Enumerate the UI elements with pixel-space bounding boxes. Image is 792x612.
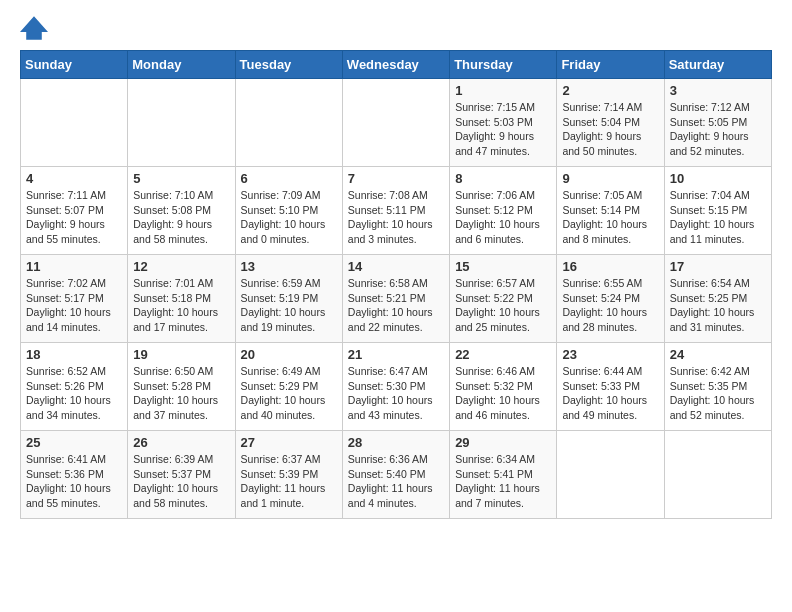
calendar-week-row: 1Sunrise: 7:15 AM Sunset: 5:03 PM Daylig…	[21, 79, 772, 167]
day-info: Sunrise: 6:54 AM Sunset: 5:25 PM Dayligh…	[670, 276, 766, 335]
day-number: 2	[562, 83, 658, 98]
day-number: 24	[670, 347, 766, 362]
calendar-cell: 12Sunrise: 7:01 AM Sunset: 5:18 PM Dayli…	[128, 255, 235, 343]
day-info: Sunrise: 6:39 AM Sunset: 5:37 PM Dayligh…	[133, 452, 229, 511]
calendar-cell: 17Sunrise: 6:54 AM Sunset: 5:25 PM Dayli…	[664, 255, 771, 343]
day-info: Sunrise: 7:05 AM Sunset: 5:14 PM Dayligh…	[562, 188, 658, 247]
day-info: Sunrise: 6:55 AM Sunset: 5:24 PM Dayligh…	[562, 276, 658, 335]
day-number: 16	[562, 259, 658, 274]
day-number: 8	[455, 171, 551, 186]
calendar-cell: 18Sunrise: 6:52 AM Sunset: 5:26 PM Dayli…	[21, 343, 128, 431]
weekday-header-monday: Monday	[128, 51, 235, 79]
day-info: Sunrise: 6:44 AM Sunset: 5:33 PM Dayligh…	[562, 364, 658, 423]
calendar-cell: 5Sunrise: 7:10 AM Sunset: 5:08 PM Daylig…	[128, 167, 235, 255]
calendar-cell: 1Sunrise: 7:15 AM Sunset: 5:03 PM Daylig…	[450, 79, 557, 167]
calendar-cell: 28Sunrise: 6:36 AM Sunset: 5:40 PM Dayli…	[342, 431, 449, 519]
day-number: 10	[670, 171, 766, 186]
day-info: Sunrise: 6:46 AM Sunset: 5:32 PM Dayligh…	[455, 364, 551, 423]
weekday-header-friday: Friday	[557, 51, 664, 79]
calendar-cell	[21, 79, 128, 167]
weekday-header-thursday: Thursday	[450, 51, 557, 79]
day-info: Sunrise: 6:41 AM Sunset: 5:36 PM Dayligh…	[26, 452, 122, 511]
weekday-header-saturday: Saturday	[664, 51, 771, 79]
day-number: 3	[670, 83, 766, 98]
calendar-cell: 2Sunrise: 7:14 AM Sunset: 5:04 PM Daylig…	[557, 79, 664, 167]
weekday-header-sunday: Sunday	[21, 51, 128, 79]
day-info: Sunrise: 7:14 AM Sunset: 5:04 PM Dayligh…	[562, 100, 658, 159]
day-info: Sunrise: 7:15 AM Sunset: 5:03 PM Dayligh…	[455, 100, 551, 159]
calendar-cell: 6Sunrise: 7:09 AM Sunset: 5:10 PM Daylig…	[235, 167, 342, 255]
day-number: 27	[241, 435, 337, 450]
day-number: 13	[241, 259, 337, 274]
day-info: Sunrise: 7:09 AM Sunset: 5:10 PM Dayligh…	[241, 188, 337, 247]
calendar-cell: 23Sunrise: 6:44 AM Sunset: 5:33 PM Dayli…	[557, 343, 664, 431]
calendar-cell	[664, 431, 771, 519]
calendar-cell: 19Sunrise: 6:50 AM Sunset: 5:28 PM Dayli…	[128, 343, 235, 431]
calendar-cell: 29Sunrise: 6:34 AM Sunset: 5:41 PM Dayli…	[450, 431, 557, 519]
day-number: 26	[133, 435, 229, 450]
day-number: 9	[562, 171, 658, 186]
calendar-week-row: 25Sunrise: 6:41 AM Sunset: 5:36 PM Dayli…	[21, 431, 772, 519]
day-number: 11	[26, 259, 122, 274]
day-info: Sunrise: 7:02 AM Sunset: 5:17 PM Dayligh…	[26, 276, 122, 335]
calendar-cell: 10Sunrise: 7:04 AM Sunset: 5:15 PM Dayli…	[664, 167, 771, 255]
svg-marker-0	[20, 16, 48, 39]
day-number: 1	[455, 83, 551, 98]
day-info: Sunrise: 6:52 AM Sunset: 5:26 PM Dayligh…	[26, 364, 122, 423]
calendar-cell	[342, 79, 449, 167]
day-number: 22	[455, 347, 551, 362]
calendar-cell	[235, 79, 342, 167]
day-number: 6	[241, 171, 337, 186]
calendar-cell: 27Sunrise: 6:37 AM Sunset: 5:39 PM Dayli…	[235, 431, 342, 519]
calendar-cell: 25Sunrise: 6:41 AM Sunset: 5:36 PM Dayli…	[21, 431, 128, 519]
calendar-cell: 20Sunrise: 6:49 AM Sunset: 5:29 PM Dayli…	[235, 343, 342, 431]
calendar-cell: 4Sunrise: 7:11 AM Sunset: 5:07 PM Daylig…	[21, 167, 128, 255]
logo-icon	[20, 16, 48, 40]
day-info: Sunrise: 7:06 AM Sunset: 5:12 PM Dayligh…	[455, 188, 551, 247]
day-number: 28	[348, 435, 444, 450]
day-info: Sunrise: 6:49 AM Sunset: 5:29 PM Dayligh…	[241, 364, 337, 423]
logo	[20, 16, 52, 40]
calendar-cell: 14Sunrise: 6:58 AM Sunset: 5:21 PM Dayli…	[342, 255, 449, 343]
calendar-table: SundayMondayTuesdayWednesdayThursdayFrid…	[20, 50, 772, 519]
day-number: 4	[26, 171, 122, 186]
day-number: 12	[133, 259, 229, 274]
calendar-cell: 9Sunrise: 7:05 AM Sunset: 5:14 PM Daylig…	[557, 167, 664, 255]
weekday-header-row: SundayMondayTuesdayWednesdayThursdayFrid…	[21, 51, 772, 79]
calendar-cell: 22Sunrise: 6:46 AM Sunset: 5:32 PM Dayli…	[450, 343, 557, 431]
day-number: 19	[133, 347, 229, 362]
calendar-cell: 7Sunrise: 7:08 AM Sunset: 5:11 PM Daylig…	[342, 167, 449, 255]
calendar-cell	[557, 431, 664, 519]
day-number: 7	[348, 171, 444, 186]
day-info: Sunrise: 6:37 AM Sunset: 5:39 PM Dayligh…	[241, 452, 337, 511]
day-info: Sunrise: 7:04 AM Sunset: 5:15 PM Dayligh…	[670, 188, 766, 247]
day-number: 5	[133, 171, 229, 186]
day-number: 23	[562, 347, 658, 362]
calendar-cell: 11Sunrise: 7:02 AM Sunset: 5:17 PM Dayli…	[21, 255, 128, 343]
page-header	[20, 16, 772, 40]
calendar-cell: 13Sunrise: 6:59 AM Sunset: 5:19 PM Dayli…	[235, 255, 342, 343]
day-info: Sunrise: 6:50 AM Sunset: 5:28 PM Dayligh…	[133, 364, 229, 423]
day-info: Sunrise: 6:42 AM Sunset: 5:35 PM Dayligh…	[670, 364, 766, 423]
day-number: 29	[455, 435, 551, 450]
day-number: 21	[348, 347, 444, 362]
calendar-cell: 15Sunrise: 6:57 AM Sunset: 5:22 PM Dayli…	[450, 255, 557, 343]
calendar-cell: 24Sunrise: 6:42 AM Sunset: 5:35 PM Dayli…	[664, 343, 771, 431]
day-info: Sunrise: 7:10 AM Sunset: 5:08 PM Dayligh…	[133, 188, 229, 247]
day-info: Sunrise: 6:47 AM Sunset: 5:30 PM Dayligh…	[348, 364, 444, 423]
day-info: Sunrise: 7:12 AM Sunset: 5:05 PM Dayligh…	[670, 100, 766, 159]
day-number: 17	[670, 259, 766, 274]
day-info: Sunrise: 6:36 AM Sunset: 5:40 PM Dayligh…	[348, 452, 444, 511]
calendar-cell: 8Sunrise: 7:06 AM Sunset: 5:12 PM Daylig…	[450, 167, 557, 255]
calendar-cell	[128, 79, 235, 167]
weekday-header-tuesday: Tuesday	[235, 51, 342, 79]
day-number: 18	[26, 347, 122, 362]
day-info: Sunrise: 6:57 AM Sunset: 5:22 PM Dayligh…	[455, 276, 551, 335]
day-info: Sunrise: 7:01 AM Sunset: 5:18 PM Dayligh…	[133, 276, 229, 335]
weekday-header-wednesday: Wednesday	[342, 51, 449, 79]
calendar-cell: 3Sunrise: 7:12 AM Sunset: 5:05 PM Daylig…	[664, 79, 771, 167]
day-number: 25	[26, 435, 122, 450]
day-info: Sunrise: 7:11 AM Sunset: 5:07 PM Dayligh…	[26, 188, 122, 247]
day-info: Sunrise: 7:08 AM Sunset: 5:11 PM Dayligh…	[348, 188, 444, 247]
calendar-week-row: 11Sunrise: 7:02 AM Sunset: 5:17 PM Dayli…	[21, 255, 772, 343]
